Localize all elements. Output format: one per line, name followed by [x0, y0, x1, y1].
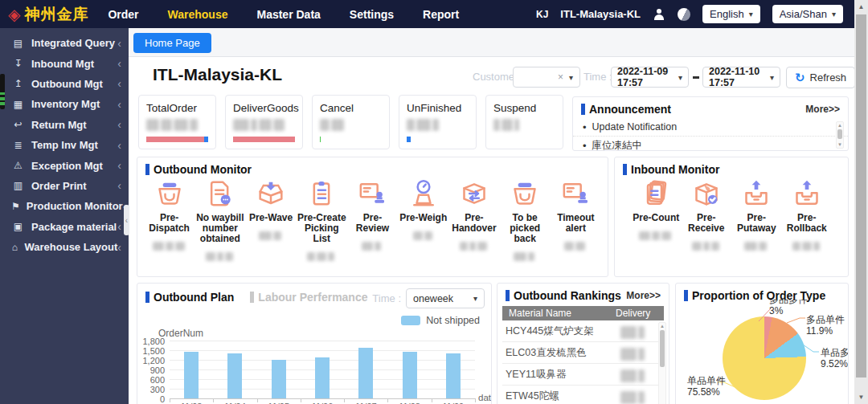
integrated-query-icon: ▤ [11, 38, 25, 49]
table-row[interactable]: ELC03直发梳黑色 [502, 342, 664, 364]
customer-select[interactable]: × ▾ [513, 67, 580, 88]
bar[interactable] [272, 360, 286, 398]
tab-labour-performance[interactable]: Labour Perfermance [250, 291, 367, 304]
inbound-monitor-panel: Inbound Monitor Pre-CountPre-ReceivePre-… [614, 157, 849, 277]
bar-slot [387, 352, 431, 398]
user-icon[interactable] [653, 8, 665, 21]
monitor-item-pre-weigh[interactable]: Pre-Weigh [398, 177, 448, 263]
monitor-item-label: Timeout alert [551, 213, 601, 234]
announcement-item[interactable]: •庫位凍結中 [573, 136, 848, 154]
language-value: English [710, 8, 744, 20]
monitor-item-pre-dispatch[interactable]: Pre-Dispatch [144, 177, 194, 263]
masked-value [233, 117, 295, 132]
pie-slice-label: 多品单件11.9% [806, 314, 845, 337]
clear-icon[interactable]: × [558, 71, 563, 83]
nav-item-settings[interactable]: Settings [350, 8, 394, 21]
app-logo[interactable]: ◈ 神州金库 [0, 4, 88, 25]
sidebar-item-label: Order Print [31, 180, 87, 192]
tab-outbound-plan[interactable]: Outbound Plan [145, 291, 234, 304]
main-menu: OrderWarehouseMaster DataSettingsReport [108, 8, 459, 21]
pie-slice-label: 单品多件9.52% [821, 347, 849, 369]
bar[interactable] [446, 353, 461, 398]
sidebar-item-outbound-mgt[interactable]: ↥Outbound Mgt‹ [0, 74, 129, 94]
monitor-item-pre-putaway[interactable]: Pre-Putaway [731, 177, 782, 253]
monitor-item-pre-review[interactable]: Pre-Review [347, 177, 398, 263]
bar[interactable] [358, 348, 373, 398]
monitor-item-label: Pre-Count [631, 213, 682, 223]
bar-slot [257, 360, 301, 398]
stat-card-totalorder[interactable]: TotalOrder [138, 95, 216, 149]
sidebar-item-package-material[interactable]: ▣Package material‹ [0, 217, 129, 237]
chevron-down-icon: ▾ [569, 73, 573, 82]
masked-value [245, 228, 296, 243]
chart-time-select[interactable]: oneweek ▾ [406, 288, 485, 308]
sidebar-item-return-mgt[interactable]: ↩Return Mgt‹ [0, 115, 129, 135]
monitor-stamp-icon [347, 177, 398, 210]
sidebar-item-temp-inv-mgt[interactable]: ≣Temp Inv Mgt‹ [0, 135, 129, 155]
table-row[interactable]: HCY445煤气炉支架 [502, 320, 664, 342]
outbound-icon: ↥ [11, 78, 25, 89]
nav-item-master-data[interactable]: Master Data [256, 8, 320, 21]
time-from-select[interactable]: 2022-11-09 17:57 ▾ [611, 67, 689, 88]
stat-card-suspend[interactable]: Suspend [485, 95, 563, 149]
y-tick-label: 1,500 [137, 346, 165, 356]
tab-home-page[interactable]: Home Page [133, 33, 211, 53]
stat-card-cancel[interactable]: Cancel [312, 95, 390, 149]
monitor-item-timeout-alert[interactable]: Timeout alert [551, 177, 601, 263]
basket-icon [500, 177, 551, 210]
rankings-more-link[interactable]: More>> [626, 290, 661, 301]
sidebar-item-production-monitor[interactable]: ⚑Production Monitor‹ [0, 196, 129, 216]
legend-not-shipped[interactable]: Not shipped [401, 315, 480, 326]
monitor-item-pre-handover[interactable]: Pre-Handover [448, 177, 499, 263]
language-select[interactable]: English ▾ [702, 5, 760, 23]
sidebar-item-inventory-mgt[interactable]: ▦Inventory Mgt‹ [0, 94, 129, 114]
table-row[interactable]: YEY11吸鼻器 [502, 364, 664, 386]
sidebar-item-integrated-query[interactable]: ▤Integrated Query‹ [0, 33, 129, 53]
monitor-item-pre-receive[interactable]: Pre-Receive [682, 177, 732, 253]
sidebar-item-inbound-mgt[interactable]: ↧Inbound Mgt‹ [0, 53, 129, 73]
y-tick-label: 0 [137, 394, 165, 404]
monitor-item-pre-create-picking-list[interactable]: Pre-Create Picking List [297, 177, 347, 263]
chevron-down-icon: ▾ [678, 73, 682, 82]
clipboard-icon [297, 177, 347, 210]
bar[interactable] [184, 352, 199, 398]
chevron-left-icon: ‹ [117, 118, 121, 131]
stat-card-delivergoods[interactable]: DeliverGoods [225, 95, 303, 149]
nav-item-warehouse[interactable]: Warehouse [168, 8, 228, 21]
sidebar-item-order-print[interactable]: ▥Order Print‹ [0, 176, 129, 196]
sidebar-collapse-handle[interactable]: ‹ [124, 205, 129, 235]
refresh-button[interactable]: ↻ Refresh [786, 67, 854, 88]
monitor-item-pre-rollback[interactable]: Pre-Rollback [782, 177, 833, 253]
masked-value [493, 117, 555, 132]
nav-item-order[interactable]: Order [108, 8, 138, 21]
section-marker [506, 290, 510, 301]
monitor-item-pre-count[interactable]: Pre-Count [631, 177, 682, 253]
monitor-item-label: Pre-Review [347, 213, 398, 234]
announcement-scrollbar[interactable]: ▲ ▼ [836, 121, 844, 149]
section-marker [623, 164, 627, 175]
timezone-select[interactable]: Asia/Shan ▾ [772, 5, 843, 23]
nav-item-report[interactable]: Report [423, 8, 459, 21]
bar[interactable] [403, 352, 417, 398]
monitor-item-to-be-picked-back[interactable]: To be picked back [500, 177, 551, 263]
monitor-item-pre-wave[interactable]: Pre-Wave [245, 177, 296, 263]
announcement-more-link[interactable]: More>> [805, 104, 840, 115]
material-name: ETW45陀螺 [506, 390, 620, 403]
sidebar-item-exception-mgt[interactable]: ⚠Exception Mgt‹ [0, 155, 129, 175]
table-row[interactable]: ETW45陀螺 [502, 386, 664, 404]
masked-value [347, 239, 398, 253]
bar[interactable] [227, 353, 242, 398]
sidebar-item-warehouse-layout[interactable]: ⌂Warehouse Layout‹ [0, 237, 129, 257]
theme-toggle-icon[interactable] [678, 8, 690, 21]
announcement-item[interactable]: •Update Notification [573, 118, 848, 136]
customer-label: Customer [473, 71, 518, 83]
bar[interactable] [315, 357, 330, 398]
outbound-monitor-panel: Outbound Monitor Pre-DispatchNo waybill … [137, 157, 608, 277]
page-scrollbar[interactable]: ▲ ▼ [854, 0, 868, 404]
rankings-scrollbar[interactable]: ▲ ▼ [658, 322, 666, 404]
delivery-value [620, 366, 662, 382]
y-tick-label: 900 [137, 365, 165, 375]
stat-card-unfinished[interactable]: UnFinished [399, 95, 477, 149]
monitor-item-no-waybill-number-obtained[interactable]: No waybill number obtained [194, 177, 245, 263]
time-to-select[interactable]: 2022-11-10 17:57 ▾ [702, 67, 780, 88]
